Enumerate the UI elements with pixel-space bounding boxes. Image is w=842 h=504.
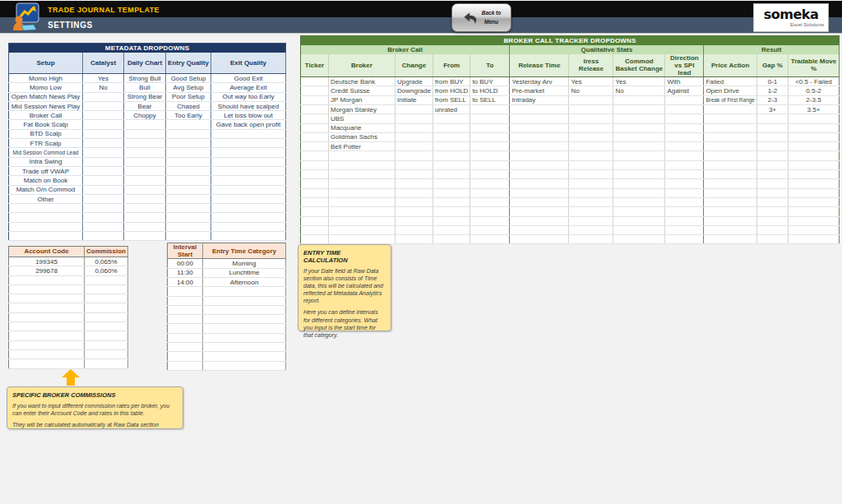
cell[interactable] (569, 151, 613, 160)
cell[interactable]: 199345 (9, 257, 85, 266)
cell[interactable] (510, 170, 569, 179)
cell[interactable] (788, 160, 839, 169)
cell[interactable] (124, 204, 166, 213)
cell[interactable] (433, 197, 470, 206)
cell[interactable] (665, 95, 704, 104)
cell[interactable] (433, 179, 470, 188)
cell[interactable] (9, 303, 85, 312)
cell[interactable]: Bull (124, 83, 166, 92)
cell[interactable] (9, 359, 85, 368)
cell[interactable] (569, 235, 613, 244)
cell[interactable] (510, 235, 569, 244)
cell[interactable]: Average Exit (211, 83, 286, 92)
cell[interactable] (788, 170, 839, 179)
cell[interactable] (85, 303, 128, 312)
cell[interactable] (704, 188, 757, 197)
cell[interactable]: Upgrade (396, 77, 433, 86)
cell[interactable] (433, 132, 470, 141)
cell[interactable]: Downgrade (396, 86, 433, 95)
cell[interactable] (396, 207, 433, 216)
cell[interactable] (569, 104, 613, 113)
cell[interactable] (613, 216, 665, 225)
cell[interactable]: Mid Session Commod Lead (9, 148, 83, 157)
cell[interactable] (396, 151, 433, 160)
cell[interactable]: to BUY (470, 77, 510, 86)
cell[interactable]: 299678 (9, 266, 85, 275)
cell[interactable] (301, 188, 329, 197)
cell[interactable] (510, 188, 569, 197)
cell[interactable] (756, 114, 788, 123)
cell[interactable] (613, 114, 665, 123)
cell[interactable] (756, 216, 788, 225)
cell[interactable] (470, 179, 510, 188)
cell[interactable] (665, 160, 704, 169)
cell[interactable] (569, 188, 613, 197)
cell[interactable] (433, 207, 470, 216)
cell[interactable]: Deutsche Bank (329, 77, 396, 86)
cell[interactable] (704, 225, 757, 234)
cell[interactable] (168, 324, 203, 333)
cell[interactable] (665, 142, 704, 151)
cell[interactable] (756, 142, 788, 151)
cell[interactable] (433, 216, 470, 225)
cell[interactable] (756, 170, 788, 179)
cell[interactable] (704, 170, 757, 179)
cell[interactable] (756, 123, 788, 132)
cell[interactable] (756, 179, 788, 188)
cell[interactable] (301, 179, 329, 188)
cell[interactable] (211, 194, 286, 203)
cell[interactable] (166, 120, 211, 129)
cell[interactable] (613, 160, 665, 169)
cell[interactable] (510, 225, 569, 234)
cell[interactable]: No (613, 86, 665, 95)
cell[interactable] (510, 207, 569, 216)
cell[interactable] (83, 148, 124, 157)
cell[interactable] (83, 222, 124, 231)
cell[interactable] (124, 232, 166, 241)
cell[interactable] (470, 225, 510, 234)
cell[interactable] (83, 111, 124, 120)
cell[interactable]: Chased (166, 101, 211, 110)
cell[interactable]: to HOLD (470, 86, 510, 95)
cell[interactable] (470, 207, 510, 216)
cell[interactable] (168, 333, 203, 342)
cell[interactable] (203, 305, 286, 314)
cell[interactable] (433, 188, 470, 197)
cell[interactable] (665, 151, 704, 160)
cell[interactable]: Strong Bear (124, 92, 166, 101)
cell[interactable] (301, 160, 329, 169)
cell[interactable] (396, 170, 433, 179)
cell[interactable] (704, 207, 757, 216)
cell[interactable] (85, 340, 128, 349)
cell[interactable] (211, 148, 286, 157)
cell[interactable] (166, 166, 211, 175)
cell[interactable] (203, 352, 286, 361)
cell[interactable] (211, 176, 286, 185)
cell[interactable] (166, 139, 211, 148)
cell[interactable]: 3.5+ (788, 104, 839, 113)
cell[interactable]: Bell Potter (329, 142, 396, 151)
cell[interactable] (613, 95, 665, 104)
cell[interactable]: Against (665, 86, 704, 95)
cell[interactable] (85, 331, 128, 340)
cell[interactable] (166, 213, 211, 222)
cell[interactable] (203, 324, 286, 333)
cell[interactable]: 0,065% (85, 257, 128, 266)
cell[interactable] (665, 188, 704, 197)
cell[interactable] (168, 305, 203, 314)
cell[interactable] (85, 275, 128, 284)
cell[interactable] (9, 349, 85, 358)
cell[interactable] (329, 207, 396, 216)
cell[interactable] (301, 197, 329, 206)
cell[interactable]: Yes (83, 74, 124, 83)
cell[interactable]: Good Exit (211, 74, 286, 83)
cell[interactable] (510, 160, 569, 169)
cell[interactable] (203, 287, 286, 296)
cell[interactable] (396, 104, 433, 113)
cell[interactable] (704, 142, 757, 151)
cell[interactable] (665, 123, 704, 132)
cell[interactable] (83, 92, 124, 101)
cell[interactable] (124, 194, 166, 203)
cell[interactable] (329, 151, 396, 160)
cell[interactable] (329, 225, 396, 234)
